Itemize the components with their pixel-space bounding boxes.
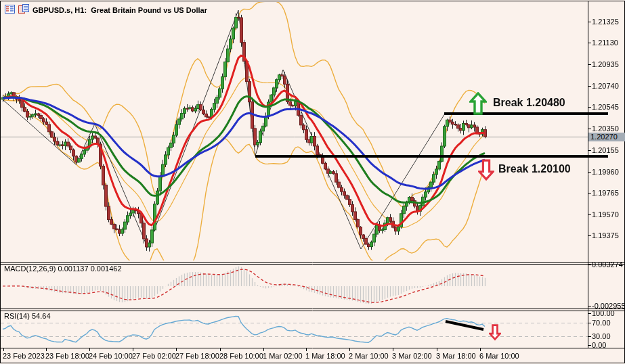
rsi-down-arrow-icon[interactable] xyxy=(489,323,501,344)
price-axis-label: 1.19375 xyxy=(592,231,619,240)
chart-list-icon xyxy=(5,4,15,16)
time-axis-label: 2 Mar 10:00 xyxy=(349,352,389,360)
rsi-label: RSI(14) 54.64 xyxy=(4,312,51,320)
macd-value-2: 0.001462 xyxy=(91,265,122,273)
time-axis-label: 27 Feb 18:00 xyxy=(175,352,219,360)
macd-name: MACD(12,26,9) xyxy=(4,265,56,273)
indicator-axis-label: 30.00 xyxy=(592,332,611,340)
time-axis-label: 1 Mar 18:00 xyxy=(305,352,345,360)
indicator-axis-label: 100.00 xyxy=(592,309,615,317)
time-axis-label: 3 Mar 18:00 xyxy=(436,352,476,360)
price-axis-label: 1.19765 xyxy=(592,189,619,197)
price-axis-label: 1.19570 xyxy=(592,210,619,219)
rsi-name: RSI(14) xyxy=(4,312,30,320)
chart-title-bar: GBPUSD.s, H1: Great Britain Pound vs US … xyxy=(5,4,207,16)
break-down-arrow-icon[interactable] xyxy=(478,158,494,184)
time-axis-label: 27 Feb 02:00 xyxy=(132,352,176,360)
time-axis-label: 6 Mar 10:00 xyxy=(479,352,519,360)
mt4-chart-window: GBPUSD.s, H1: Great Britain Pound vs US … xyxy=(0,0,625,364)
time-axis-label: 24 Feb 10:00 xyxy=(89,352,133,360)
chart-window-icon xyxy=(18,4,29,16)
break-down-label[interactable]: Break 1.20100 xyxy=(498,163,571,175)
price-axis-label: 1.20935 xyxy=(592,60,619,68)
indicator-axis-label: 70.00 xyxy=(592,319,611,327)
price-axis-label: 1.20155 xyxy=(592,146,619,154)
break-up-arrow-icon[interactable] xyxy=(469,92,487,118)
price-axis-label: 1.20740 xyxy=(592,82,619,90)
rsi-value: 54.64 xyxy=(32,312,51,320)
chart-title: GBPUSD.s, H1: Great Britain Pound vs US … xyxy=(33,6,207,14)
price-axis-label: 1.20350 xyxy=(592,124,619,133)
time-axis-label: 3 Mar 02:00 xyxy=(392,352,432,360)
price-axis-label: 1.21130 xyxy=(592,39,618,47)
macd-value-1: 0.001137 xyxy=(58,265,88,273)
time-axis-label: 23 Feb 2023 xyxy=(3,352,45,360)
indicator-axis-label: 0.003274 xyxy=(592,260,623,269)
macd-label: MACD(12,26,9) 0.001137 0.001462 xyxy=(4,265,122,273)
indicator-axis-label: 0.00 xyxy=(592,341,606,349)
price-axis-label: 1.19960 xyxy=(592,168,619,176)
time-axis-label: 1 Mar 02:00 xyxy=(263,352,303,360)
price-axis-label: 1.21325 xyxy=(592,18,619,26)
time-axis-label: 28 Feb 10:00 xyxy=(219,352,263,360)
chart-canvas[interactable] xyxy=(0,0,625,364)
break-up-label[interactable]: Break 1.20480 xyxy=(493,97,565,109)
price-axis-label: 1.20545 xyxy=(592,103,619,111)
time-axis-label: 23 Feb 18:00 xyxy=(45,352,89,360)
current-price-badge: 1.20270 xyxy=(588,133,625,141)
